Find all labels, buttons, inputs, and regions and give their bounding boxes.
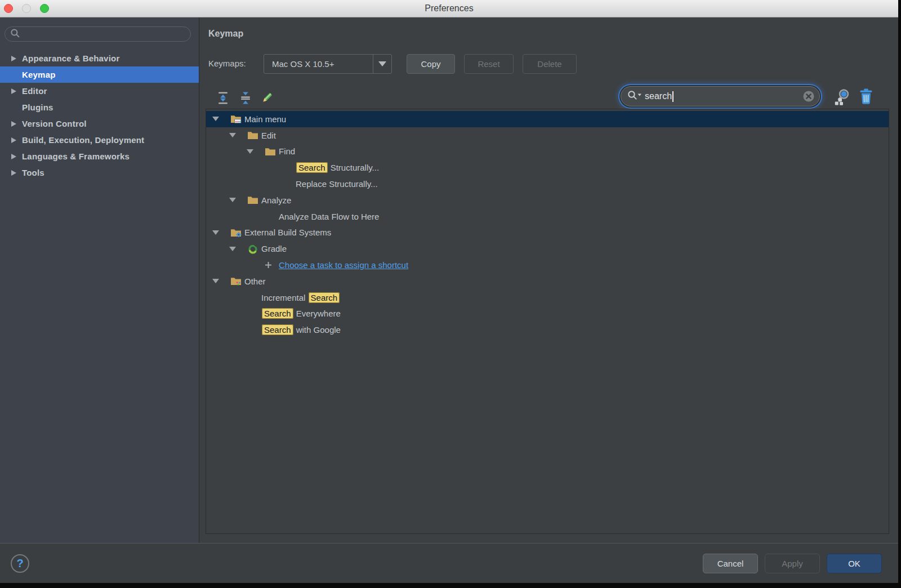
- tree-expander-icon[interactable]: [212, 230, 230, 235]
- expand-arrow-icon[interactable]: [11, 170, 22, 176]
- chevron-down-icon: [373, 55, 391, 73]
- tree-item-label: Search Everywhere: [261, 309, 341, 318]
- edit-pencil-icon[interactable]: [259, 91, 274, 105]
- label-text: Everywhere: [294, 309, 341, 318]
- sidebar-item-build-execution-deployment[interactable]: Build, Execution, Deployment: [0, 132, 199, 148]
- close-window-button[interactable]: [4, 4, 13, 13]
- delete-button[interactable]: Delete: [523, 54, 577, 74]
- tree-row-replace-structurally[interactable]: Replace Structurally...: [206, 176, 889, 192]
- sidebar-item-label: Languages & Frameworks: [22, 152, 130, 161]
- sidebar-item-appearance-behavior[interactable]: Appearance & Behavior: [0, 50, 199, 66]
- sidebar-item-label: Appearance & Behavior: [22, 54, 119, 63]
- tree-row-external-build-systems[interactable]: External Build Systems: [206, 225, 889, 241]
- zoom-window-button[interactable]: [40, 4, 49, 13]
- collapse-all-icon[interactable]: [238, 91, 253, 105]
- tree-row-search-everywhere[interactable]: Search Everywhere: [206, 306, 889, 322]
- folder-icon: [247, 195, 261, 204]
- expand-arrow-icon[interactable]: [11, 137, 22, 143]
- tree-row-search-structurally[interactable]: Search Structurally...: [206, 159, 889, 176]
- keymap-select[interactable]: Mac OS X 10.5+: [264, 54, 392, 74]
- tree-row-analyze-data-flow-to-here[interactable]: Analyze Data Flow to Here: [206, 208, 889, 225]
- tree-row-edit[interactable]: Edit: [206, 127, 889, 144]
- expand-arrow-icon[interactable]: [11, 121, 22, 127]
- tree-expander-icon[interactable]: [212, 117, 230, 121]
- ok-button[interactable]: OK: [827, 554, 882, 573]
- tree-item-label: Incremental Search: [261, 293, 340, 302]
- tree-row-find[interactable]: Find: [206, 144, 889, 160]
- search-icon: [10, 28, 20, 41]
- tree-expander-icon[interactable]: [212, 279, 230, 283]
- search-with-filter-icon: [627, 90, 643, 103]
- keymap-settings-panel: Keymap Keymaps: Mac OS X 10.5+ Copy Rese…: [199, 17, 898, 543]
- window-title: Preferences: [0, 0, 898, 17]
- gradle-icon: [247, 243, 261, 255]
- tree-row-analyze[interactable]: Analyze: [206, 192, 889, 208]
- clear-search-icon[interactable]: [802, 90, 815, 103]
- tree-item-label: Find: [279, 146, 295, 156]
- cancel-button[interactable]: Cancel: [703, 554, 758, 573]
- sidebar-item-label: Version Control: [22, 119, 87, 128]
- find-actions-by-shortcut-icon[interactable]: [833, 88, 850, 108]
- assign-shortcut-link[interactable]: Choose a task to assign a shortcut: [279, 260, 408, 270]
- label-text: Main menu: [244, 114, 286, 124]
- minimize-window-button[interactable]: [22, 4, 31, 13]
- tree-row-incremental-search[interactable]: Incremental Search: [206, 289, 889, 306]
- traffic-lights: [4, 4, 49, 13]
- help-question-mark: ?: [16, 557, 23, 570]
- label-text: Find: [279, 146, 295, 156]
- reset-button[interactable]: Reset: [464, 54, 514, 74]
- tree-item-label: Other: [244, 277, 266, 286]
- sidebar-item-label: Keymap: [22, 70, 56, 79]
- tree-item-label: Search with Google: [261, 325, 341, 335]
- label-text: Replace Structurally...: [296, 179, 378, 189]
- tree-expander-icon[interactable]: [229, 247, 247, 251]
- tree-item-label: Main menu: [244, 114, 286, 124]
- sidebar-item-editor[interactable]: Editor: [0, 83, 199, 99]
- other-folder-icon: [230, 277, 244, 286]
- sidebar-item-languages-frameworks[interactable]: Languages & Frameworks: [0, 148, 199, 164]
- label-text: External Build Systems: [244, 228, 331, 237]
- help-button[interactable]: ?: [11, 554, 29, 573]
- tree-expander-icon[interactable]: [229, 198, 247, 202]
- settings-search-input[interactable]: [5, 26, 191, 42]
- expand-arrow-icon[interactable]: [11, 154, 22, 159]
- label-text: Gradle: [261, 244, 287, 253]
- trash-icon[interactable]: [859, 88, 873, 106]
- tree-expander-icon[interactable]: [229, 133, 247, 137]
- sidebar-item-plugins[interactable]: Plugins: [0, 99, 199, 115]
- preferences-window: Preferences Appearance & BehaviorKeymapE…: [0, 0, 898, 583]
- tree-item-label: Analyze Data Flow to Here: [279, 212, 379, 221]
- folder-icon: [247, 131, 261, 140]
- titlebar: Preferences: [0, 0, 898, 17]
- tree-item-label: Search Structurally...: [296, 163, 379, 172]
- sidebar-item-label: Editor: [22, 86, 47, 96]
- search-match-highlight: Search: [296, 162, 328, 173]
- expand-arrow-icon[interactable]: [11, 88, 22, 94]
- settings-category-list: Appearance & BehaviorKeymapEditorPlugins…: [0, 50, 199, 181]
- expand-all-icon[interactable]: [216, 91, 230, 105]
- tree-row-gradle[interactable]: Gradle: [206, 240, 889, 257]
- tree-expander-icon[interactable]: [247, 149, 265, 154]
- tree-item-label: Gradle: [261, 244, 287, 253]
- label-text: Incremental: [261, 293, 308, 302]
- label-text: Analyze: [261, 195, 291, 205]
- sidebar-item-version-control[interactable]: Version Control: [0, 115, 199, 132]
- tree-row-other[interactable]: Other: [206, 273, 889, 289]
- copy-button[interactable]: Copy: [407, 54, 455, 74]
- keymap-search-input[interactable]: search: [621, 86, 820, 106]
- label-text: Choose a task to assign a shortcut: [279, 260, 408, 270]
- sidebar-item-label: Build, Execution, Deployment: [22, 135, 144, 145]
- sidebar-item-tools[interactable]: Tools: [0, 164, 199, 181]
- sidebar-item-keymap[interactable]: Keymap: [0, 66, 199, 83]
- keymap-select-value: Mac OS X 10.5+: [264, 59, 373, 69]
- search-match-highlight: Search: [262, 308, 293, 319]
- apply-button[interactable]: Apply: [765, 554, 820, 573]
- tree-row-main-menu[interactable]: Main menu: [206, 111, 889, 127]
- tree-row-search-with-google[interactable]: Search with Google: [206, 322, 889, 338]
- tree-row-choose-a-task-to-assign-a-shortcut[interactable]: Choose a task to assign a shortcut: [206, 257, 889, 273]
- expand-arrow-icon[interactable]: [11, 56, 22, 61]
- search-match-highlight: Search: [262, 324, 293, 335]
- sidebar-item-label: Tools: [22, 168, 44, 177]
- search-text: search: [645, 91, 672, 101]
- build-folder-icon: [230, 228, 244, 237]
